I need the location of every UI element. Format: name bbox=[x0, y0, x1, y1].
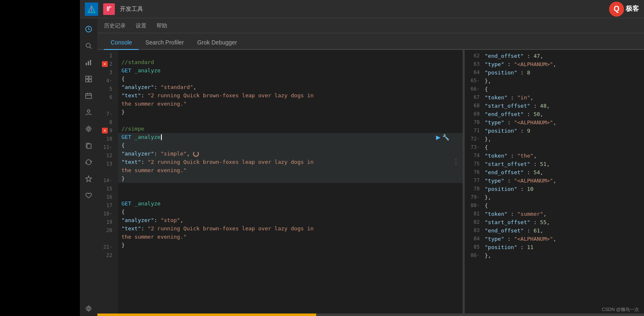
bottom-bar bbox=[97, 314, 644, 316]
svg-rect-9 bbox=[89, 76, 92, 79]
code-content[interactable]: //standard GET _analyze { "analyzer": "s… bbox=[118, 50, 463, 314]
svg-rect-7 bbox=[90, 60, 91, 65]
code-line-10[interactable]: GET _analyze ▶ 🔧 bbox=[118, 133, 463, 141]
nav-settings[interactable]: 设置 bbox=[136, 22, 146, 30]
code-line-2: //standard bbox=[118, 58, 463, 67]
code-line-12: "analyzer": "simple", bbox=[118, 150, 463, 158]
sidebar-icon-copy[interactable] bbox=[81, 138, 96, 153]
line-num-5: 5 bbox=[97, 85, 115, 93]
sidebar-icon-inspect[interactable] bbox=[81, 38, 96, 53]
svg-point-20 bbox=[88, 308, 90, 310]
main-content: 扩 开发工具 Q 极客 bbox=[80, 0, 644, 316]
code-line-3: GET _analyze bbox=[118, 67, 463, 75]
svg-rect-12 bbox=[86, 94, 92, 99]
svg-point-16 bbox=[87, 110, 90, 112]
kibana-logo[interactable] bbox=[85, 2, 98, 16]
code-line-11: { bbox=[118, 141, 463, 150]
error-marker-9: ✕ bbox=[102, 128, 108, 133]
left-black-panel bbox=[0, 0, 80, 316]
line-num-11: 11· bbox=[97, 143, 115, 151]
svg-rect-5 bbox=[86, 63, 87, 65]
sidebar-icon-sync[interactable] bbox=[81, 155, 96, 170]
code-editor-scroll[interactable]: 1 ✕2 3 4· 5 6 7· 8 ✕9 bbox=[97, 50, 463, 314]
code-panel[interactable]: 1 ✕2 3 4· 5 6 7· 8 ✕9 bbox=[97, 50, 463, 314]
line-num-22: 22 bbox=[97, 251, 115, 259]
sidebar-icon-heart[interactable] bbox=[81, 188, 96, 203]
line-num-12: 12 bbox=[97, 151, 115, 160]
right-line-76: 76 "end_offset" : 54, bbox=[465, 168, 644, 176]
tabs-bar: Console Search Profiler Grok Debugger bbox=[97, 33, 644, 50]
run-button[interactable]: ▶ bbox=[436, 134, 441, 141]
right-line-68: 68 "start_offset" : 48, bbox=[465, 101, 644, 110]
wrench-button[interactable]: 🔧 bbox=[442, 134, 449, 141]
line-num-10: 10 bbox=[97, 135, 115, 143]
three-dots-button[interactable]: ⋮ bbox=[453, 158, 459, 166]
editor-area: 1 ✕2 3 4· 5 6 7· 8 ✕9 bbox=[97, 50, 644, 314]
main-sidebar bbox=[80, 18, 97, 316]
tab-grok-debugger[interactable]: Grok Debugger bbox=[191, 36, 244, 50]
right-line-62: 62 "end_offset" : 47, bbox=[465, 52, 644, 60]
code-line-6: "text": "2 running Quick brown-foxes lea… bbox=[118, 91, 463, 100]
right-line-82: 82 "start_offset" : 55, bbox=[465, 218, 644, 226]
svg-rect-6 bbox=[88, 61, 89, 65]
line-num-20b bbox=[97, 235, 115, 243]
code-line-13: "text": "2 running Quick brown-foxes lea… bbox=[118, 158, 463, 166]
devtools-title: 开发工具 bbox=[120, 5, 143, 13]
svg-rect-8 bbox=[86, 76, 88, 79]
line-num-7: 7· bbox=[97, 110, 115, 118]
code-line-5: "analyzer": "standard", bbox=[118, 83, 463, 91]
line-num-18: 18· bbox=[97, 210, 115, 218]
svg-marker-19 bbox=[86, 176, 92, 182]
tab-search-profiler[interactable]: Search Profiler bbox=[139, 36, 191, 50]
line-num-16: 16 bbox=[97, 193, 115, 201]
right-line-85: 85 "position" : 11 bbox=[465, 243, 644, 251]
right-line-67: 67 "token" : "in", bbox=[465, 93, 644, 101]
right-line-72: 72· }, bbox=[465, 135, 644, 143]
code-line-16 bbox=[118, 191, 463, 200]
right-line-74: 74 "token" : "the", bbox=[465, 151, 644, 160]
svg-rect-18 bbox=[87, 144, 91, 148]
sidebar-icon-calendar[interactable] bbox=[81, 88, 96, 103]
right-line-65: 65· }, bbox=[465, 77, 644, 85]
line-num-1: 1 bbox=[97, 52, 115, 60]
code-line-15 bbox=[118, 183, 463, 191]
tab-console[interactable]: Console bbox=[104, 36, 139, 50]
right-line-80: 80· { bbox=[465, 201, 644, 210]
code-line-8 bbox=[118, 116, 463, 125]
line-numbers: 1 ✕2 3 4· 5 6 7· 8 ✕9 bbox=[97, 50, 118, 314]
right-line-66: 66· { bbox=[465, 85, 644, 93]
nav-help[interactable]: 帮助 bbox=[156, 22, 167, 30]
svg-point-3 bbox=[86, 43, 90, 47]
svg-line-4 bbox=[90, 47, 92, 49]
devtools-icon[interactable]: 扩 bbox=[103, 3, 115, 15]
line-num-6: 6 bbox=[97, 93, 115, 101]
sidebar-icon-star[interactable] bbox=[81, 171, 96, 186]
sidebar-icon-settings[interactable] bbox=[81, 121, 96, 136]
svg-rect-10 bbox=[86, 79, 88, 82]
svg-point-17 bbox=[88, 128, 90, 130]
code-line-20b: the summer evening." bbox=[118, 233, 463, 241]
sidebar-icon-history[interactable] bbox=[81, 22, 96, 37]
right-line-63: 63 "type" : "<ALPHANUM>", bbox=[465, 60, 644, 68]
line-num-8: 8 bbox=[97, 118, 115, 126]
code-line-19: "analyzer": "stop", bbox=[118, 216, 463, 225]
sidebar-icon-grid[interactable] bbox=[81, 72, 96, 86]
line-num-21: 21· bbox=[97, 243, 115, 251]
right-line-75: 75 "start_offset" : 51, bbox=[465, 160, 644, 168]
sidebar-icon-person[interactable] bbox=[81, 105, 96, 120]
svg-rect-11 bbox=[89, 79, 92, 82]
line-num-13: 13 bbox=[97, 160, 115, 168]
line-num-20: 20 bbox=[97, 226, 115, 235]
line-num-17: 17 bbox=[97, 201, 115, 210]
right-panel: 62 "end_offset" : 47, 63 "type" : "<ALPH… bbox=[464, 50, 644, 314]
line-num-3: 3 bbox=[97, 68, 115, 77]
nav-history[interactable]: 历史记录 bbox=[104, 22, 126, 30]
geek-brand-text: 极客 bbox=[626, 5, 639, 13]
sidebar-icon-settings2[interactable] bbox=[81, 301, 96, 316]
geek-logo-icon: Q bbox=[609, 2, 624, 17]
code-line-17: GET _analyze bbox=[118, 200, 463, 208]
watermark: CSDN @懒鸟一次 bbox=[602, 306, 639, 313]
sidebar-icon-chart[interactable] bbox=[81, 55, 96, 70]
code-line-6b: the summer evening." bbox=[118, 100, 463, 108]
right-line-78: 78 "position" : 10 bbox=[465, 185, 644, 193]
